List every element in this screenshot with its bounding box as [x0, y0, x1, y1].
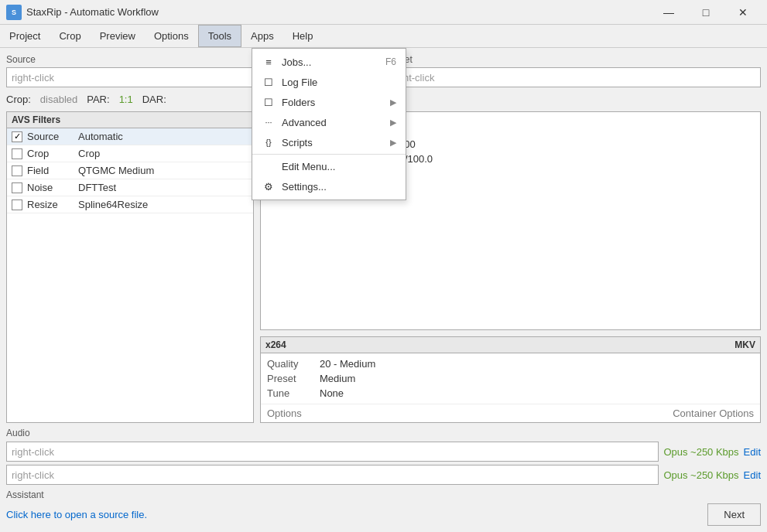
avs-col2-4: Spline64Resize: [78, 199, 248, 210]
maximize-button[interactable]: □: [688, 2, 724, 23]
quality-key: Quality: [267, 358, 313, 370]
log-file-icon: ☐: [262, 76, 276, 88]
menu-folders[interactable]: ☐ Folders ▶: [252, 92, 406, 112]
x264-tune-row: Tune None: [267, 386, 754, 401]
x264-quality-row: Quality 20 - Medium: [267, 356, 754, 371]
avs-row-1[interactable]: Crop Crop: [7, 145, 253, 162]
mkv-label: MKV: [734, 339, 755, 350]
title-bar: S StaxRip - Automatic Workflow — □ ✕: [0, 0, 767, 25]
avs-row-4[interactable]: Resize Spline64Resize: [7, 196, 253, 213]
preset-key: Preset: [267, 373, 313, 384]
avs-checkbox-4[interactable]: [12, 200, 22, 210]
audio-input-0[interactable]: [6, 442, 659, 462]
avs-checkbox-1[interactable]: [12, 148, 22, 159]
settings-label: Settings...: [282, 181, 396, 193]
menu-crop[interactable]: Crop: [50, 25, 90, 47]
jobs-shortcut: F6: [385, 56, 396, 67]
crop-value: disabled: [40, 94, 77, 105]
tools-dropdown-menu: ≡ Jobs... F6 ☐ Log File ☐ Folders ▶ ··· …: [252, 48, 406, 200]
menu-project[interactable]: Project: [0, 25, 50, 47]
scripts-icon: {}: [262, 136, 276, 148]
next-button[interactable]: Next: [707, 503, 761, 526]
avs-col2-0: Automatic: [78, 131, 248, 142]
avs-col2-3: DFTTest: [78, 182, 248, 193]
avs-col2-2: QTGMC Medium: [78, 165, 248, 176]
close-button[interactable]: ✕: [725, 2, 761, 23]
avs-col1-2: Field: [27, 165, 74, 176]
audio-row-0: Opus ~250 Kbps Edit: [6, 442, 761, 462]
scripts-arrow-icon: ▶: [390, 138, 396, 148]
log-file-label: Log File: [282, 77, 396, 88]
audio-input-1[interactable]: [6, 465, 659, 485]
avs-row-2[interactable]: Field QTGMC Medium: [7, 162, 253, 179]
window-controls: — □ ✕: [651, 2, 761, 23]
minimize-button[interactable]: —: [651, 2, 687, 23]
edit-menu-icon: [262, 160, 276, 172]
assistant-row: Click here to open a source file. Next: [6, 503, 761, 526]
menu-settings[interactable]: ⚙ Settings...: [252, 176, 406, 196]
avs-col1-0: Source: [27, 131, 74, 142]
audio-edit-0[interactable]: Edit: [744, 446, 761, 458]
audio-row-1: Opus ~250 Kbps Edit: [6, 465, 761, 485]
menu-edit-menu[interactable]: Edit Menu...: [252, 154, 406, 176]
avs-col1-1: Crop: [27, 148, 74, 159]
menu-options[interactable]: Options: [145, 25, 198, 47]
settings-icon: ⚙: [262, 180, 276, 193]
assistant-link[interactable]: Click here to open a source file.: [6, 509, 147, 520]
jobs-label: Jobs...: [282, 56, 379, 68]
menu-jobs[interactable]: ≡ Jobs... F6: [252, 52, 406, 72]
crop-label: Crop:: [6, 94, 31, 105]
target-label: Target: [387, 54, 762, 65]
avs-panel: AVS Filters ✓ Source Automatic Crop Crop…: [6, 111, 254, 423]
audio-section: Audio Opus ~250 Kbps Edit Opus ~250 Kbps…: [6, 428, 761, 485]
par-label: PAR:: [87, 94, 109, 105]
avs-col1-4: Resize: [27, 199, 74, 210]
options-label[interactable]: Options: [267, 408, 302, 419]
menu-preview[interactable]: Preview: [91, 25, 145, 47]
container-options-label[interactable]: Container Options: [673, 408, 754, 419]
x264-header: x264 MKV: [261, 337, 760, 353]
target-input[interactable]: [387, 67, 762, 87]
x264-preset-row: Preset Medium: [267, 371, 754, 386]
par-value: 1:1: [119, 94, 133, 105]
avs-col1-3: Noise: [27, 182, 74, 193]
advanced-icon: ···: [262, 116, 276, 128]
dar-label: DAR:: [142, 94, 166, 105]
menu-tools[interactable]: Tools: [198, 25, 241, 47]
audio-meta-0: Opus ~250 Kbps: [663, 446, 738, 458]
advanced-arrow-icon: ▶: [390, 118, 396, 128]
menu-help[interactable]: Help: [283, 25, 323, 47]
avs-checkbox-2[interactable]: [12, 165, 22, 176]
quality-val: 20 - Medium: [320, 358, 375, 370]
x264-panel: x264 MKV Quality 20 - Medium Preset Medi…: [260, 336, 761, 423]
avs-row-0[interactable]: ✓ Source Automatic: [7, 128, 253, 145]
menu-scripts[interactable]: {} Scripts ▶: [252, 132, 406, 152]
folders-arrow-icon: ▶: [390, 97, 396, 107]
app-icon: S: [6, 5, 22, 20]
scripts-label: Scripts: [282, 137, 384, 148]
assistant-label: Assistant: [6, 489, 761, 500]
advanced-label: Advanced: [282, 117, 384, 128]
menu-apps[interactable]: Apps: [241, 25, 283, 47]
tune-key: Tune: [267, 387, 313, 399]
x264-title: x264: [265, 339, 286, 350]
tune-val: None: [320, 387, 344, 399]
title-text: StaxRip - Automatic Workflow: [26, 6, 651, 18]
avs-col2-1: Crop: [78, 148, 248, 159]
audio-label: Audio: [6, 428, 761, 438]
menu-log-file[interactable]: ☐ Log File: [252, 72, 406, 92]
avs-header: AVS Filters: [7, 112, 253, 128]
avs-checkbox-3[interactable]: [12, 182, 22, 193]
avs-row-3[interactable]: Noise DFTTest: [7, 179, 253, 196]
assistant-section: Assistant Click here to open a source fi…: [6, 489, 761, 526]
folders-icon: ☐: [262, 96, 276, 108]
edit-menu-label: Edit Menu...: [282, 161, 396, 172]
menu-bar: Project Crop Preview Options Tools Apps …: [0, 25, 767, 48]
audio-edit-1[interactable]: Edit: [744, 469, 761, 481]
audio-meta-1: Opus ~250 Kbps: [663, 469, 738, 481]
menu-advanced[interactable]: ··· Advanced ▶: [252, 112, 406, 132]
folders-label: Folders: [282, 97, 384, 108]
avs-checkbox-0[interactable]: ✓: [12, 131, 22, 142]
target-group: Target: [387, 54, 762, 87]
x264-footer: Options Container Options: [261, 404, 760, 422]
